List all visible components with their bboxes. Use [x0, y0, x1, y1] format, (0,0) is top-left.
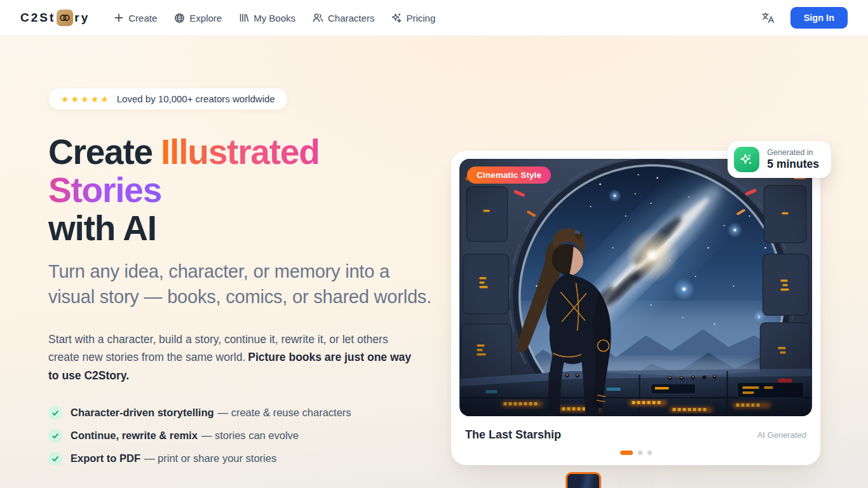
plus-icon — [114, 13, 124, 23]
feature-item-pdf: Export to PDF— print or share your stori… — [48, 452, 433, 466]
carousel-dot-2[interactable] — [638, 451, 642, 455]
story-title: The Last Starship — [465, 428, 561, 442]
nav-item-pricing[interactable]: Pricing — [391, 13, 435, 24]
starship-illustration — [459, 159, 812, 416]
feature-list: Character-driven storytelling— create & … — [48, 406, 433, 466]
generated-time: 5 minutes — [767, 158, 819, 171]
check-icon — [48, 452, 62, 466]
header-right: Sign In — [761, 7, 848, 29]
carousel-dot-1[interactable] — [620, 451, 633, 455]
logo-text-suffix: ry — [74, 11, 90, 25]
carousel-dots — [459, 442, 812, 465]
showcase: Generated in 5 minutes Cinematic Style — [451, 151, 820, 488]
sparkles-badge-icon — [734, 147, 759, 172]
carousel-dot-3[interactable] — [648, 451, 652, 455]
users-icon — [313, 13, 323, 23]
feature-item-remix: Continue, rewrite & remix— stories can e… — [48, 429, 433, 443]
hero-section: ★★★★★ Loved by 10,000+ creators worldwid… — [0, 88, 868, 488]
main-nav: Create Explore My Books Characters Prici… — [114, 13, 435, 24]
sign-in-button[interactable]: Sign In — [790, 7, 848, 29]
page-title: CreateIllustratedStorieswith AI — [48, 133, 433, 248]
cycle-o-icon — [57, 10, 73, 26]
globe-icon — [174, 13, 185, 24]
nav-item-create[interactable]: Create — [114, 13, 157, 24]
hero-paragraph: Start with a character, build a story, c… — [48, 330, 414, 384]
thumbnail-3[interactable] — [671, 472, 707, 488]
feature-item-characters: Character-driven storytelling— create & … — [48, 406, 433, 420]
generated-time-card: Generated in 5 minutes — [728, 141, 831, 178]
generated-label: Generated in — [767, 148, 819, 157]
nav-item-my-books[interactable]: My Books — [239, 13, 295, 24]
logo[interactable]: C2St ry — [20, 10, 90, 26]
story-image: Cinematic Style — [459, 159, 812, 416]
logo-text-prefix: C2St — [20, 11, 55, 25]
sparkles-icon — [391, 13, 402, 23]
story-meta: The Last Starship AI Generated — [459, 416, 812, 442]
nav-item-explore[interactable]: Explore — [174, 13, 222, 24]
rating-text: Loved by 10,000+ creators worldwide — [117, 93, 275, 104]
ai-generated-label: AI Generated — [757, 430, 806, 440]
thumbnail-2[interactable] — [618, 472, 654, 488]
nav-item-characters[interactable]: Characters — [313, 13, 374, 24]
story-card: Cinematic Style — [451, 151, 820, 465]
thumbnail-strip — [451, 472, 820, 488]
thumbnail-1[interactable] — [566, 472, 601, 488]
translate-icon[interactable] — [761, 11, 775, 24]
rating-badge: ★★★★★ Loved by 10,000+ creators worldwid… — [48, 88, 288, 110]
hero-copy: ★★★★★ Loved by 10,000+ creators worldwid… — [48, 88, 433, 488]
library-icon — [239, 13, 249, 23]
check-icon — [48, 406, 62, 420]
star-rating-icons: ★★★★★ — [61, 94, 111, 104]
top-nav: C2St ry Create Explore My Books Characte… — [0, 0, 868, 36]
check-icon — [48, 429, 62, 443]
style-badge: Cinematic Style — [467, 166, 551, 184]
hero-subheading: Turn any idea, character, or memory into… — [48, 259, 433, 309]
